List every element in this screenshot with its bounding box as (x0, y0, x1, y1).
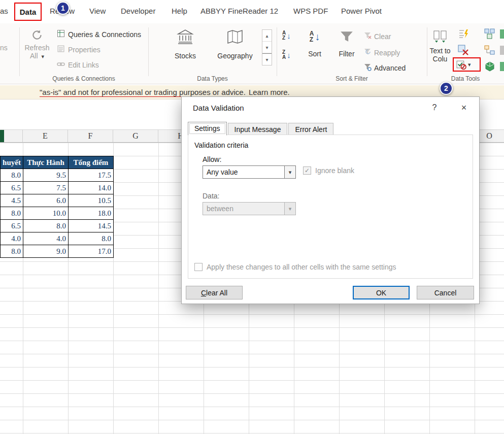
group-label-sort-filter: Sort & Filter (277, 75, 427, 82)
tab-input-message[interactable]: Input Message (228, 123, 288, 136)
learn-more-link[interactable]: Learn more. (249, 88, 290, 96)
advanced-filter-button[interactable]: Advanced (363, 63, 406, 73)
table-header-cell[interactable]: Thực Hành (23, 156, 69, 169)
tab-settings[interactable]: Settings (188, 122, 227, 136)
cell[interactable]: 4.5 (1, 194, 23, 207)
tab-developer[interactable]: Developer (121, 7, 155, 15)
tab-power-pivot[interactable]: Power Pivot (341, 7, 382, 15)
clipped-icon (500, 29, 504, 39)
cell[interactable]: 6.5 (1, 182, 23, 194)
tab-view[interactable]: View (89, 7, 106, 15)
cell[interactable]: 18.0 (69, 207, 114, 220)
checkbox-checked-icon[interactable]: ✓ (303, 166, 311, 175)
gallery-scroll-up-button[interactable]: ▴ (262, 30, 272, 42)
ignore-blank-checkbox[interactable]: ✓ Ignore blank (303, 166, 354, 175)
cell[interactable]: 9.5 (23, 169, 69, 182)
cell[interactable]: 8.0 (23, 220, 69, 232)
cell[interactable]: 17.0 (69, 245, 114, 258)
apply-to-all-checkbox[interactable]: Apply these changes to all other cells w… (194, 263, 396, 271)
ok-button[interactable]: OK (353, 286, 410, 299)
text-to-columns-button[interactable]: Text to Colu (428, 29, 452, 63)
data-model-button[interactable] (484, 61, 495, 74)
data-types-gallery-scroll: ▴ ▾ ▾ (262, 29, 272, 65)
queries-and-connections-button[interactable]: Queries & Connections (57, 29, 141, 39)
refresh-all-button[interactable]: Refresh All ▾ (22, 28, 52, 60)
gallery-scroll-down-button[interactable]: ▾ (262, 42, 272, 53)
table-header-row: huyết Thực Hành Tổng điểm (1, 156, 114, 169)
clear-all-button[interactable]: Clear All (186, 286, 243, 299)
table-row: 6.5 7.5 14.0 (1, 182, 114, 194)
tab-formulas-partial[interactable]: as (0, 7, 8, 15)
consolidate-button[interactable] (484, 28, 495, 42)
map-icon (226, 28, 244, 48)
allow-label: Allow: (203, 155, 221, 163)
disclaimer-text: "as-is" and not for professional or trad… (40, 88, 290, 96)
tab-data[interactable]: Data (14, 3, 42, 21)
flash-fill-button[interactable] (458, 28, 469, 42)
clear-filter-button[interactable]: Clear (363, 31, 391, 41)
column-header[interactable]: E (23, 130, 68, 142)
cell[interactable]: 8.0 (69, 232, 114, 245)
dialog-close-button[interactable]: × (454, 99, 474, 116)
cell[interactable]: 6.5 (1, 220, 23, 232)
ribbon: ns Refresh All ▾ Queries & Connections P… (0, 23, 504, 84)
cell[interactable]: 7.5 (23, 182, 69, 194)
chevron-down-icon[interactable]: ▾ (284, 166, 295, 178)
cell[interactable]: 4.0 (1, 232, 23, 245)
cell[interactable]: 8.0 (1, 169, 23, 182)
column-header-d-partial[interactable] (0, 130, 23, 142)
cell[interactable]: 6.0 (23, 194, 69, 207)
table-header-cell[interactable]: Tổng điểm (69, 156, 114, 169)
sort-ascending-button[interactable]: AZ ↓ (280, 29, 293, 42)
clipped-icon (500, 46, 504, 55)
column-header[interactable]: G (113, 130, 158, 142)
tab-help[interactable]: Help (172, 7, 187, 15)
gallery-more-button[interactable]: ▾ (262, 53, 272, 65)
edit-links-button[interactable]: Edit Links (57, 60, 99, 70)
flash-fill-icon (458, 28, 469, 40)
checkbox-empty-icon[interactable] (194, 263, 203, 271)
cell[interactable]: 8.0 (1, 207, 23, 220)
data-validation-button[interactable]: ▾ (456, 59, 471, 70)
tab-wps-pdf[interactable]: WPS PDF (293, 7, 328, 15)
relationships-button[interactable] (484, 45, 495, 58)
step-1-badge: 1 (56, 2, 70, 15)
cancel-button[interactable]: Cancel (417, 286, 474, 299)
tab-abbyy-finereader[interactable]: ABBYY FineReader 12 (200, 7, 278, 15)
filter-button[interactable]: Filter (334, 29, 359, 58)
data-label: Data: (203, 192, 219, 200)
data-validation-dialog: Data Validation ? × Settings Input Messa… (181, 96, 480, 304)
cell[interactable]: 10.5 (69, 194, 114, 207)
stocks-button[interactable]: Stocks (169, 28, 202, 60)
geography-button[interactable]: Geography (215, 28, 255, 60)
cell[interactable]: 14.5 (69, 220, 114, 232)
cell[interactable]: 14.0 (69, 182, 114, 194)
table-header-cell[interactable]: huyết (1, 156, 23, 169)
properties-button[interactable]: Properties (57, 45, 100, 54)
cell[interactable]: 8.0 (1, 245, 23, 258)
sort-button[interactable]: AZ ↓ Sort (304, 29, 326, 58)
data-dropdown[interactable]: between ▾ (203, 202, 296, 215)
cell[interactable]: 9.0 (23, 245, 69, 258)
bank-icon (176, 28, 194, 48)
tab-error-alert[interactable]: Error Alert (288, 123, 333, 136)
advanced-filter-icon (363, 63, 372, 73)
scores-table[interactable]: huyết Thực Hành Tổng điểm 8.0 9.5 17.5 6… (0, 156, 114, 258)
table-row: 4.5 6.0 10.5 (1, 194, 114, 207)
sort-descending-button[interactable]: ZA ↓ (280, 49, 293, 61)
cell[interactable]: 4.0 (23, 232, 69, 245)
allow-dropdown[interactable]: Any value ▾ (203, 165, 296, 179)
group-divider (427, 27, 427, 76)
cell[interactable]: 17.5 (69, 169, 114, 182)
group-label-data-tools: Data Tools (427, 75, 504, 82)
table-row: 6.5 8.0 14.5 (1, 220, 114, 232)
reapply-filter-button[interactable]: Reapply (363, 48, 400, 57)
sort-za-icon: ZA (282, 50, 286, 60)
table-row: 8.0 10.0 18.0 (1, 207, 114, 220)
chevron-down-icon[interactable]: ▾ (284, 203, 295, 215)
remove-duplicates-button[interactable] (458, 45, 469, 58)
column-header[interactable]: F (68, 130, 113, 142)
clipped-icon (500, 62, 504, 71)
cell[interactable]: 10.0 (23, 207, 69, 220)
dialog-help-button[interactable]: ? (424, 99, 445, 116)
